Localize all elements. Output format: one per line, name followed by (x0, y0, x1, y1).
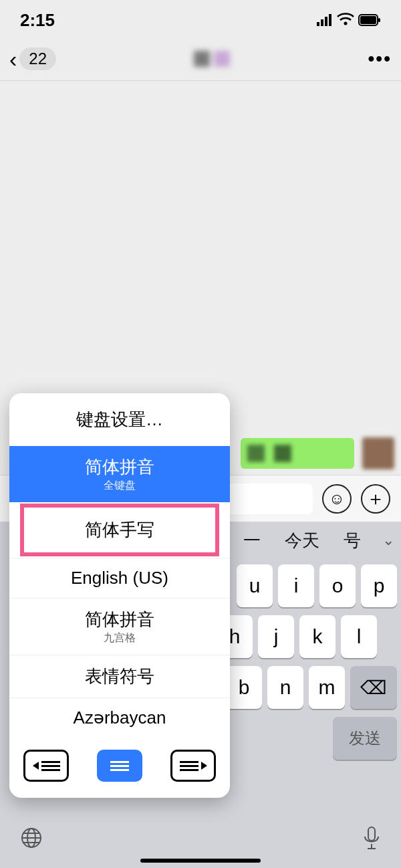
battery-icon (358, 10, 381, 31)
chat-title[interactable] (194, 51, 230, 67)
home-indicator[interactable] (140, 859, 261, 863)
message-bubble[interactable] (241, 438, 354, 469)
candidate-word[interactable]: 今天 (282, 529, 322, 552)
svg-rect-6 (360, 16, 376, 24)
keyboard-icon (110, 761, 129, 771)
globe-icon (20, 827, 43, 849)
option-label: 简体拼音 (9, 455, 230, 479)
unread-badge: 22 (19, 47, 56, 70)
wifi-icon (337, 10, 354, 31)
svg-rect-0 (317, 22, 319, 26)
keyboard-settings-button[interactable]: 键盘设置… (9, 393, 230, 446)
keyboard-option-pinyin-9key[interactable]: 简体拼音 九宫格 (9, 598, 230, 655)
backspace-icon: ⌫ (360, 677, 387, 699)
svg-rect-2 (325, 17, 327, 26)
option-label: 简体拼音 (9, 608, 230, 631)
dictation-button[interactable] (362, 826, 381, 854)
dock-right-button[interactable] (170, 750, 216, 782)
send-key[interactable]: 发送 (333, 717, 397, 760)
plus-icon: ＋ (366, 486, 385, 512)
nav-bar: ‹ 22 ••• (0, 40, 401, 78)
status-indicators (317, 10, 381, 31)
globe-button[interactable] (20, 827, 43, 854)
expand-candidates-button[interactable]: ⌄ (382, 532, 394, 549)
status-bar: 2:15 (0, 0, 401, 40)
smile-icon: ☺ (329, 490, 346, 508)
svg-rect-3 (329, 14, 331, 26)
keyboard-dock-row (9, 738, 230, 798)
option-label: Azərbaycan (9, 708, 230, 728)
key-m[interactable]: m (309, 666, 345, 709)
key-p[interactable]: p (361, 564, 397, 607)
option-label: 表情符号 (9, 665, 230, 688)
key-u[interactable]: u (237, 564, 273, 607)
keyboard-option-emoji[interactable]: 表情符号 (9, 655, 230, 697)
option-sublabel: 全键盘 (9, 479, 230, 493)
key-j[interactable]: j (258, 615, 294, 658)
key-i[interactable]: i (278, 564, 314, 607)
attach-button[interactable]: ＋ (361, 484, 390, 514)
candidate-word[interactable]: 一 (241, 529, 263, 552)
option-label: English (US) (9, 568, 230, 588)
avatar[interactable] (362, 437, 394, 469)
outgoing-message (241, 437, 394, 469)
key-n[interactable]: n (267, 666, 303, 709)
option-label: 简体手写 (24, 518, 215, 542)
svg-rect-1 (321, 19, 323, 26)
triangle-left-icon (33, 762, 39, 770)
keyboard-icon (180, 761, 198, 771)
keyboard-option-english-us[interactable]: English (US) (9, 558, 230, 598)
nav-back[interactable]: ‹ 22 (9, 46, 56, 72)
microphone-icon (362, 826, 381, 851)
key-b[interactable]: b (226, 666, 262, 709)
more-button[interactable]: ••• (368, 48, 392, 70)
keyboard-option-azerbaijani[interactable]: Azərbaycan (9, 697, 230, 738)
option-sublabel: 九宫格 (9, 631, 230, 645)
keyboard-option-handwriting[interactable]: 简体手写 (20, 504, 219, 556)
keyboard-bottom-bar (0, 812, 401, 868)
cellular-icon (317, 10, 333, 31)
svg-rect-7 (378, 18, 380, 22)
svg-point-4 (344, 21, 348, 25)
key-o[interactable]: o (319, 564, 356, 607)
chevron-left-icon: ‹ (9, 46, 17, 72)
dock-center-button[interactable] (97, 750, 142, 782)
candidate-word[interactable]: 号 (341, 529, 364, 552)
emoji-button[interactable]: ☺ (322, 484, 352, 514)
keyboard-option-pinyin-full[interactable]: 简体拼音 全键盘 (9, 446, 230, 502)
key-k[interactable]: k (299, 615, 336, 658)
keyboard-icon (41, 761, 60, 771)
dock-left-button[interactable] (23, 750, 69, 782)
status-time: 2:15 (20, 10, 55, 31)
svg-rect-13 (368, 827, 375, 841)
key-l[interactable]: l (341, 615, 377, 658)
keyboard-switcher-popup: 键盘设置… 简体拼音 全键盘 简体手写 English (US) 简体拼音 九宫… (9, 393, 230, 798)
triangle-right-icon (201, 762, 207, 770)
delete-key[interactable]: ⌫ (350, 666, 397, 709)
